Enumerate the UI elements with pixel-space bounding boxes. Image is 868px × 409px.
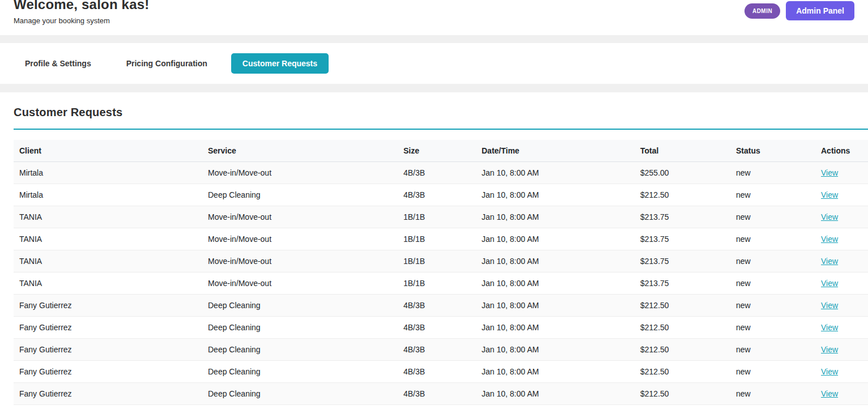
cell-size: 4B/3B xyxy=(398,361,476,383)
cell-total: $212.50 xyxy=(635,295,730,317)
cell-actions: View xyxy=(815,272,868,295)
cell-datetime: Jan 10, 8:00 AM xyxy=(476,250,635,272)
tab-pricing-configuration[interactable]: Pricing Configuration xyxy=(115,53,219,74)
cell-datetime: Jan 10, 8:00 AM xyxy=(476,339,635,361)
cell-client: TANIA xyxy=(14,272,202,295)
cell-actions: View xyxy=(815,162,868,184)
cell-actions: View xyxy=(815,295,868,317)
cell-size: 4B/3B xyxy=(398,383,476,405)
cell-status: new xyxy=(730,272,815,295)
cell-actions: View xyxy=(815,339,868,361)
cell-service: Move-in/Move-out xyxy=(202,206,398,228)
column-header-datetime: Date/Time xyxy=(476,140,635,162)
cell-total: $213.75 xyxy=(635,272,730,295)
cell-total: $212.50 xyxy=(635,184,730,206)
table-row: Fany Gutierrez Deep Cleaning 4B/3B Jan 1… xyxy=(14,361,868,383)
table-row: Fany Gutierrez Deep Cleaning 4B/3B Jan 1… xyxy=(14,339,868,361)
cell-status: new xyxy=(730,339,815,361)
cell-datetime: Jan 10, 8:00 AM xyxy=(476,317,635,339)
cell-total: $212.50 xyxy=(635,317,730,339)
cell-actions: View xyxy=(815,250,868,272)
view-request-link[interactable]: View xyxy=(821,257,838,266)
cell-status: new xyxy=(730,383,815,405)
cell-total: $255.00 xyxy=(635,162,730,184)
cell-size: 1B/1B xyxy=(398,228,476,250)
cell-status: new xyxy=(730,317,815,339)
view-request-link[interactable]: View xyxy=(821,345,838,354)
cell-status: new xyxy=(730,250,815,272)
cell-status: new xyxy=(730,361,815,383)
cell-size: 4B/3B xyxy=(398,162,476,184)
cell-actions: View xyxy=(815,228,868,250)
cell-size: 1B/1B xyxy=(398,272,476,295)
cell-datetime: Jan 10, 8:00 AM xyxy=(476,206,635,228)
view-request-link[interactable]: View xyxy=(821,190,838,199)
column-header-total: Total xyxy=(635,140,730,162)
table-row: Mirtala Deep Cleaning 4B/3B Jan 10, 8:00… xyxy=(14,184,868,206)
view-request-link[interactable]: View xyxy=(821,212,838,221)
cell-actions: View xyxy=(815,206,868,228)
table-row: Fany Gutierrez Deep Cleaning 4B/3B Jan 1… xyxy=(14,295,868,317)
header-actions: ADMIN Admin Panel xyxy=(744,0,854,20)
cell-total: $212.50 xyxy=(635,383,730,405)
cell-client: Fany Gutierrez xyxy=(14,317,202,339)
cell-size: 1B/1B xyxy=(398,250,476,272)
cell-status: new xyxy=(730,405,815,409)
cell-actions: View xyxy=(815,405,868,409)
table-row: TANIA Move-in/Move-out 1B/1B Jan 10, 8:0… xyxy=(14,272,868,295)
cell-service: Deep Cleaning xyxy=(202,295,398,317)
cell-actions: View xyxy=(815,184,868,206)
view-request-link[interactable]: View xyxy=(821,367,838,376)
cell-service: Standard Cleaning xyxy=(202,405,398,409)
tab-customer-requests[interactable]: Customer Requests xyxy=(231,53,329,74)
cell-service: Deep Cleaning xyxy=(202,361,398,383)
cell-service: Move-in/Move-out xyxy=(202,228,398,250)
view-request-link[interactable]: View xyxy=(821,323,838,332)
admin-panel-button[interactable]: Admin Panel xyxy=(786,1,854,20)
cell-service: Deep Cleaning xyxy=(202,317,398,339)
table-row: TANIA Move-in/Move-out 1B/1B Jan 10, 8:0… xyxy=(14,250,868,272)
cell-size: 4B/3B xyxy=(398,184,476,206)
customer-requests-panel: Customer Requests Client Service Size Da… xyxy=(0,92,868,409)
cell-client: Fany Gutierrez xyxy=(14,339,202,361)
cell-client: karla xyxy=(14,405,202,409)
table-row: karla Standard Cleaning 3B/3B Jan 10, 8:… xyxy=(14,405,868,409)
cell-status: new xyxy=(730,206,815,228)
view-request-link[interactable]: View xyxy=(821,301,838,310)
view-request-link[interactable]: View xyxy=(821,389,838,398)
cell-service: Deep Cleaning xyxy=(202,339,398,361)
cell-total: $213.75 xyxy=(635,206,730,228)
cell-size: 4B/3B xyxy=(398,295,476,317)
cell-client: TANIA xyxy=(14,206,202,228)
admin-role-badge: ADMIN xyxy=(744,3,780,19)
view-request-link[interactable]: View xyxy=(821,168,838,177)
cell-service: Move-in/Move-out xyxy=(202,250,398,272)
cell-total: $212.50 xyxy=(635,339,730,361)
cell-datetime: Jan 10, 8:00 AM xyxy=(476,272,635,295)
cell-datetime: Jan 10, 8:00 AM xyxy=(476,162,635,184)
cell-datetime: Jan 10, 8:00 AM xyxy=(476,361,635,383)
cell-size: 4B/3B xyxy=(398,339,476,361)
column-header-status: Status xyxy=(730,140,815,162)
view-request-link[interactable]: View xyxy=(821,279,838,288)
cell-actions: View xyxy=(815,383,868,405)
cell-actions: View xyxy=(815,317,868,339)
page-title: Welcome, salon kas! xyxy=(14,0,149,11)
cell-status: new xyxy=(730,228,815,250)
cell-datetime: Jan 10, 8:00 AM xyxy=(476,383,635,405)
cell-status: new xyxy=(730,184,815,206)
view-request-link[interactable]: View xyxy=(821,235,838,244)
cell-service: Move-in/Move-out xyxy=(202,272,398,295)
cell-size: 4B/3B xyxy=(398,317,476,339)
column-header-actions: Actions xyxy=(815,140,868,162)
tab-profile-settings[interactable]: Profile & Settings xyxy=(14,53,103,74)
cell-service: Move-in/Move-out xyxy=(202,162,398,184)
header-text-block: Welcome, salon kas! Manage your booking … xyxy=(14,0,149,25)
cell-client: Fany Gutierrez xyxy=(14,383,202,405)
column-header-service: Service xyxy=(202,140,398,162)
tab-bar: Profile & Settings Pricing Configuration… xyxy=(0,43,868,84)
cell-size: 1B/1B xyxy=(398,206,476,228)
cell-total: $213.75 xyxy=(635,228,730,250)
cell-service: Deep Cleaning xyxy=(202,184,398,206)
cell-client: TANIA xyxy=(14,228,202,250)
